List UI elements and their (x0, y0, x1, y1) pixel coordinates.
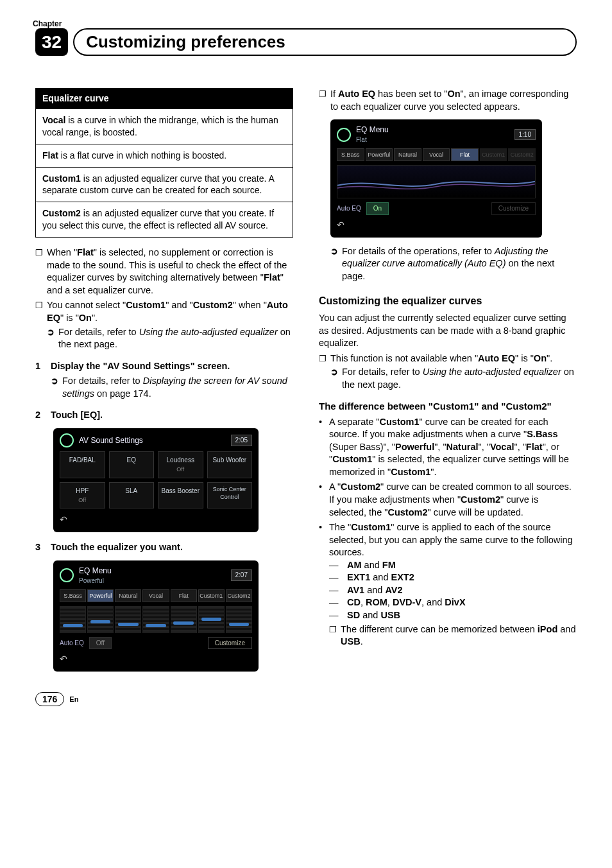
t: You cannot select " (47, 300, 126, 310)
t: AM and FM (347, 559, 396, 572)
ss-header: EQ MenuFlat 1:10 (337, 125, 536, 144)
clock-badge: 2:05 (231, 435, 252, 446)
dash-icon: — (329, 559, 347, 572)
tab-vocal[interactable]: Vocal (423, 148, 450, 161)
tab-powerful[interactable]: Powerful (87, 589, 114, 602)
ref-text: For details, refer to Using the auto-adj… (58, 326, 293, 351)
gear-icon (60, 568, 74, 582)
source-row: —AM and FM (329, 559, 577, 572)
sla-button[interactable]: SLA (109, 482, 155, 509)
back-icon[interactable]: ↶ (337, 219, 536, 231)
eq-table-header: Equalizer curve (36, 89, 293, 108)
equalizer-curve-table: Equalizer curve Vocal is a curve in whic… (35, 88, 293, 238)
tab-natural[interactable]: Natural (115, 589, 141, 602)
t: ", " (479, 442, 490, 452)
tab-sbass[interactable]: S.Bass (337, 148, 364, 161)
t: A separate " (329, 417, 380, 427)
t: Custom2 (341, 482, 380, 492)
list-item: • A separate "Custom1" curve can be crea… (319, 416, 577, 479)
ss-subtitle: Flat (356, 136, 367, 143)
tab-powerful[interactable]: Powerful (366, 148, 393, 161)
two-columns: Equalizer curve Vocal is a curve in whic… (35, 88, 577, 679)
eq-menu-flat-screenshot: EQ MenuFlat 1:10 S.Bass Powerful Natural… (330, 119, 542, 238)
t: DVD-V (393, 597, 421, 607)
tab-flat[interactable]: Flat (451, 148, 479, 161)
tab-custom2[interactable]: Custom2 (226, 589, 252, 602)
t: and (362, 560, 382, 570)
t: Custom2 (387, 507, 427, 517)
sub-note: ❐ The different curve can be memorized b… (329, 623, 577, 648)
hpf-button[interactable]: HPFOff (60, 482, 105, 509)
chapter-number: 32 (35, 28, 68, 56)
customize-button[interactable]: Customize (491, 202, 536, 215)
eq-row-custom2: Custom2 is an adjusted equalizer curve t… (36, 202, 293, 237)
t: CD, ROM, DVD-V, and DivX (347, 596, 466, 609)
t: " curve will be updated. (427, 507, 523, 517)
note-text: You cannot select "Custom1" and "Custom2… (47, 299, 293, 351)
bass-booster-button[interactable]: Bass Booster (158, 482, 203, 509)
t: ", " (434, 442, 446, 452)
tab-vocal[interactable]: Vocal (142, 589, 169, 602)
tab-sbass[interactable]: S.Bass (60, 589, 86, 602)
t: on page 174. (94, 388, 151, 399)
autoeq-toggle[interactable]: Off (89, 637, 112, 650)
right-ref: ➲ For details of the operations, refer t… (330, 245, 577, 283)
av-buttons-grid: FAD/BAL EQ LoudnessOff Sub Woofer HPFOff… (60, 451, 252, 508)
t: The " (329, 522, 351, 532)
note-text: This function is not available when "Aut… (330, 352, 577, 392)
t: Natural (446, 442, 479, 452)
back-icon[interactable]: ↶ (60, 514, 252, 526)
dash-icon: — (329, 584, 347, 597)
fad-bal-button[interactable]: FAD/BAL (60, 451, 105, 478)
t: " when " (233, 300, 267, 310)
t: The difference between " (319, 401, 433, 412)
tab-custom2[interactable]: Custom2 (508, 148, 536, 161)
left-column: Equalizer curve Vocal is a curve in whic… (35, 88, 293, 679)
tab-custom1[interactable]: Custom1 (480, 148, 507, 161)
arrow-icon: ➲ (51, 375, 62, 400)
t: and (557, 624, 575, 634)
back-icon[interactable]: ↶ (60, 653, 252, 665)
dot-icon: • (319, 521, 329, 648)
sub-heading: The difference between "Custom1" and "Cu… (319, 400, 577, 413)
bullet-text: A "Custom2" curve can be created common … (329, 481, 577, 519)
eq-band[interactable] (87, 606, 114, 633)
tab-natural[interactable]: Natural (394, 148, 421, 161)
loudness-button[interactable]: LoudnessOff (158, 451, 203, 478)
ss-title: EQ MenuPowerful (79, 566, 112, 586)
sonic-center-control-button[interactable]: Sonic Center Control (207, 482, 253, 509)
t: Vocal (490, 442, 514, 452)
arrow-icon: ➲ (330, 245, 342, 283)
ss-footer: Auto EQ On Customize (337, 202, 536, 215)
sub-woofer-button[interactable]: Sub Woofer (207, 451, 253, 478)
eq-button[interactable]: EQ (109, 451, 155, 478)
eq-band[interactable] (115, 606, 141, 633)
t: Flat (264, 272, 280, 282)
note-text: When "Flat" is selected, no supplement o… (47, 247, 293, 297)
step-text: Touch [EQ]. (51, 409, 103, 422)
bullet-text: A separate "Custom1" curve can be create… (329, 416, 577, 479)
tab-flat[interactable]: Flat (171, 589, 197, 602)
eq-band[interactable] (142, 606, 169, 633)
eq-menu-powerful-screenshot: EQ MenuPowerful 2:07 S.Bass Powerful Nat… (53, 560, 259, 672)
t: EQ Menu (356, 125, 389, 134)
eq-band[interactable] (60, 606, 86, 633)
t: , and (421, 597, 445, 607)
ref-text: For details, refer to Displaying the scr… (62, 375, 293, 400)
autoeq-toggle[interactable]: On (366, 202, 389, 215)
source-row: —CD, ROM, DVD-V, and DivX (329, 596, 577, 609)
customize-button[interactable]: Customize (208, 637, 252, 650)
t: Custom2 (461, 494, 500, 505)
step-1: 1 Display the "AV Sound Settings" screen… (35, 360, 293, 373)
eq-band[interactable] (226, 606, 252, 633)
list-item: • A "Custom2" curve can be created commo… (319, 481, 577, 519)
dot-icon: • (319, 481, 329, 519)
t: " and " (166, 300, 193, 310)
notes-list: ❐ When "Flat" is selected, no supplement… (35, 247, 293, 351)
right-column: ❐ If Auto EQ has been set to "On", an im… (319, 88, 577, 679)
eq-band[interactable] (171, 606, 197, 633)
source-row: —AV1 and AV2 (329, 584, 577, 597)
gear-icon (60, 433, 74, 447)
eq-band[interactable] (198, 606, 225, 633)
tab-custom1[interactable]: Custom1 (198, 589, 225, 602)
